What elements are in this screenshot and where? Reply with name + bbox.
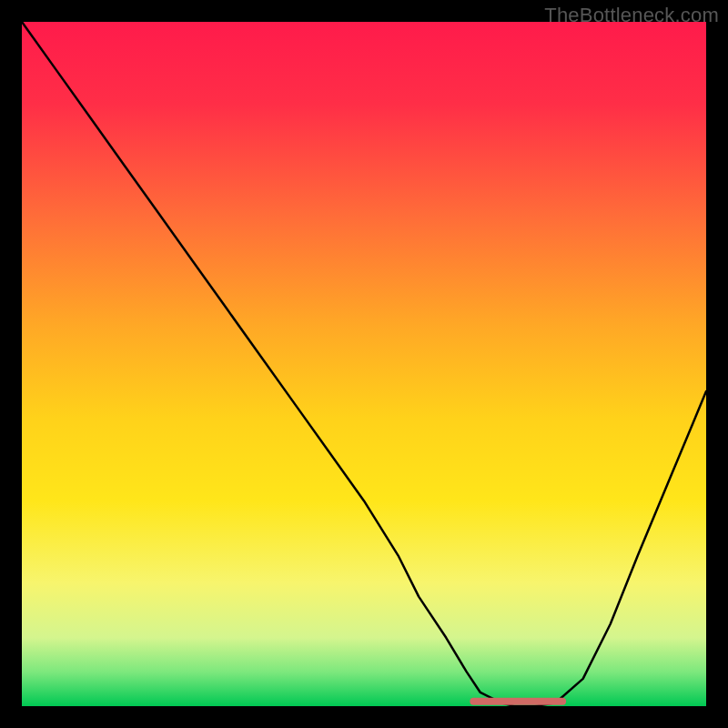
gradient-background	[22, 22, 706, 706]
chart-stage: TheBottleneck.com	[0, 0, 728, 728]
watermark-text: TheBottleneck.com	[544, 4, 719, 27]
bottleneck-chart	[0, 0, 728, 728]
